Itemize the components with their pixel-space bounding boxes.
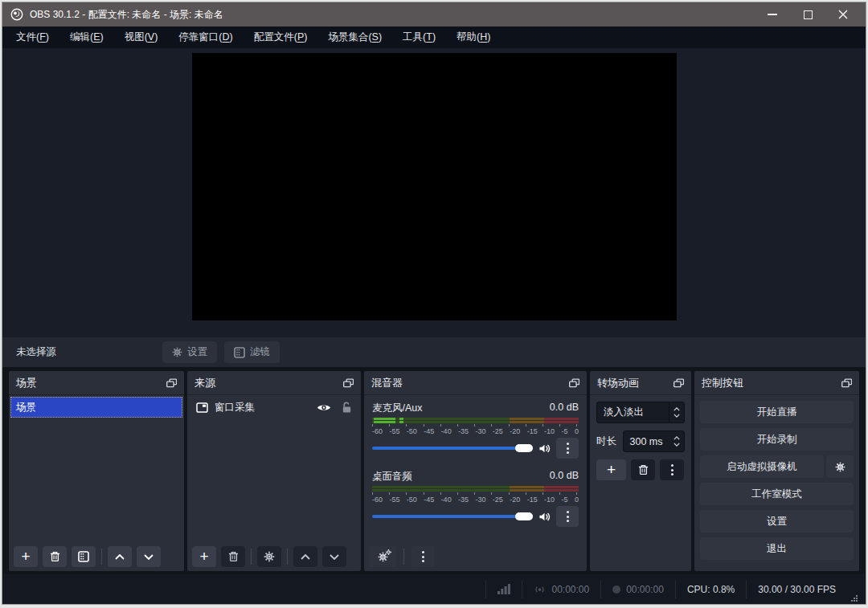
menu-item[interactable]: 工具(T) bbox=[392, 27, 446, 48]
meter-tick-label: -30 bbox=[475, 427, 485, 435]
filter-icon bbox=[234, 347, 245, 358]
meter-tickmarks bbox=[372, 492, 579, 495]
meter-tick-label: -10 bbox=[544, 496, 555, 504]
source-filters-button[interactable]: 滤镜 bbox=[224, 341, 280, 363]
mixer-menu-button[interactable] bbox=[411, 546, 434, 567]
dock-popout-icon[interactable] bbox=[841, 378, 852, 388]
mixer-panel: 混音器 麦克风/Aux 0.0 dB bbox=[364, 371, 587, 571]
mixer-toolbar bbox=[364, 543, 587, 571]
bitrate-indicator bbox=[486, 584, 522, 594]
mini-gear-icon bbox=[386, 549, 391, 555]
meter-tick-label: -40 bbox=[441, 496, 452, 504]
meter-tick-label: -45 bbox=[424, 427, 434, 435]
meter-tick-label: -45 bbox=[424, 496, 434, 504]
scene-filters-button[interactable] bbox=[72, 546, 96, 567]
duration-value: 300 ms bbox=[624, 431, 669, 451]
start-recording-button[interactable]: 开始录制 bbox=[700, 428, 854, 451]
close-button[interactable] bbox=[825, 2, 861, 27]
record-timer: 00:00:00 bbox=[601, 584, 675, 595]
volume-slider-handle[interactable] bbox=[515, 512, 533, 520]
add-transition-button[interactable]: + bbox=[596, 459, 626, 480]
lock-icon[interactable] bbox=[342, 402, 352, 414]
menu-item[interactable]: 编辑(E) bbox=[59, 27, 114, 48]
move-scene-down-button[interactable] bbox=[137, 546, 161, 567]
dock-popout-icon[interactable] bbox=[343, 378, 354, 388]
transition-properties-button[interactable] bbox=[660, 459, 684, 480]
volume-slider[interactable] bbox=[372, 443, 533, 453]
close-icon bbox=[838, 10, 848, 19]
menu-item[interactable]: 文件(F) bbox=[6, 27, 59, 48]
window-capture-icon bbox=[196, 402, 208, 413]
speaker-icon[interactable] bbox=[538, 443, 551, 454]
meter-tick-label: -60 bbox=[372, 427, 383, 435]
trash-icon bbox=[228, 551, 239, 562]
minimize-button[interactable] bbox=[755, 2, 790, 27]
move-source-up-button[interactable] bbox=[293, 546, 317, 567]
speaker-icon[interactable] bbox=[538, 512, 551, 522]
menu-bar: 文件(F)编辑(E)视图(V)停靠窗口(D)配置文件(P)场景集合(S)工具(T… bbox=[2, 27, 866, 48]
duration-spinbox[interactable]: 300 ms bbox=[623, 430, 685, 452]
source-properties-toolbar-button[interactable] bbox=[257, 546, 281, 567]
signal-bars-icon bbox=[497, 584, 510, 594]
toolbar-divider bbox=[251, 549, 252, 565]
meter-tick-label: -30 bbox=[475, 496, 485, 504]
volume-meter bbox=[372, 418, 579, 423]
dock-popout-icon[interactable] bbox=[166, 378, 177, 388]
obs-logo-icon bbox=[10, 8, 23, 21]
transitions-panel: 转场动画 淡入淡出 时长 300 ms bbox=[590, 371, 691, 571]
menu-item[interactable]: 停靠窗口(D) bbox=[168, 27, 243, 48]
source-list-item[interactable]: 窗口采集 bbox=[189, 397, 359, 418]
add-source-button[interactable]: + bbox=[192, 546, 216, 567]
dock-popout-icon[interactable] bbox=[569, 378, 579, 388]
start-virtual-camera-button[interactable]: 启动虚拟摄像机 bbox=[700, 455, 824, 478]
chevron-up-icon bbox=[674, 436, 680, 440]
trash-icon bbox=[638, 464, 649, 475]
visibility-eye-icon[interactable] bbox=[317, 403, 331, 412]
gear-icon bbox=[264, 551, 275, 562]
menu-item[interactable]: 场景集合(S) bbox=[317, 27, 392, 48]
remove-transition-button[interactable] bbox=[631, 459, 655, 480]
source-properties-button[interactable]: 设置 bbox=[162, 341, 217, 363]
start-streaming-button[interactable]: 开始直播 bbox=[700, 401, 854, 423]
transition-select-spinner[interactable] bbox=[669, 402, 684, 422]
volume-slider-handle[interactable] bbox=[515, 444, 533, 452]
chevron-down-icon bbox=[330, 554, 339, 560]
resize-grip[interactable] bbox=[850, 594, 858, 602]
gear-icon bbox=[835, 462, 845, 472]
scenes-panel-title: 场景 bbox=[16, 376, 37, 390]
meter-tick-label: 0 bbox=[575, 496, 579, 504]
meter-tick-label: -5 bbox=[561, 496, 567, 504]
maximize-button[interactable] bbox=[790, 2, 825, 27]
add-scene-button[interactable]: + bbox=[14, 546, 38, 567]
channel-menu-button[interactable] bbox=[556, 506, 579, 527]
menu-item[interactable]: 视图(V) bbox=[114, 27, 169, 48]
scene-list-item[interactable]: 场景 bbox=[10, 397, 182, 418]
move-scene-up-button[interactable] bbox=[108, 546, 132, 567]
advanced-audio-button[interactable] bbox=[369, 546, 396, 567]
dock-popout-icon[interactable] bbox=[674, 378, 684, 388]
exit-button[interactable]: 退出 bbox=[700, 537, 854, 560]
source-filters-label: 滤镜 bbox=[250, 345, 270, 359]
studio-mode-button[interactable]: 工作室模式 bbox=[700, 483, 854, 505]
toolbar-divider bbox=[287, 549, 288, 565]
move-source-down-button[interactable] bbox=[322, 546, 346, 567]
virtual-camera-config-button[interactable] bbox=[826, 455, 854, 478]
transition-selected-value: 淡入淡出 bbox=[597, 402, 669, 422]
duration-spinner[interactable] bbox=[669, 431, 684, 451]
kebab-menu-icon bbox=[671, 464, 674, 475]
duration-label: 时长 bbox=[596, 435, 616, 448]
remove-scene-button[interactable] bbox=[43, 546, 67, 567]
controls-panel-title: 控制按钮 bbox=[702, 376, 743, 390]
meter-tick-label: 0 bbox=[575, 427, 579, 435]
menu-item[interactable]: 帮助(H) bbox=[446, 27, 501, 48]
meter-tick-label: -25 bbox=[493, 496, 503, 504]
preview-canvas[interactable] bbox=[192, 53, 677, 320]
settings-button[interactable]: 设置 bbox=[700, 510, 854, 533]
menu-item[interactable]: 配置文件(P) bbox=[244, 27, 318, 48]
transition-select[interactable]: 淡入淡出 bbox=[596, 402, 685, 423]
chevron-down-icon bbox=[674, 414, 680, 418]
volume-slider[interactable] bbox=[372, 512, 533, 521]
channel-menu-button[interactable] bbox=[556, 438, 579, 459]
remove-source-button[interactable] bbox=[221, 546, 245, 567]
mixer-channel-desktop: 桌面音频 0.0 dB -60-55-50-45-40-35-30-25-20-… bbox=[372, 470, 579, 527]
